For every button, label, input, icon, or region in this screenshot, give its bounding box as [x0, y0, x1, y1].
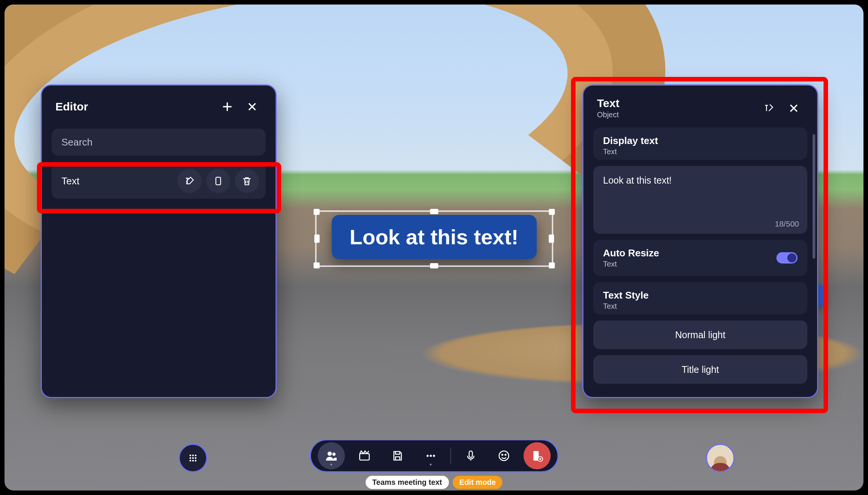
svg-point-19: [505, 454, 506, 455]
editor-item-text[interactable]: Text: [52, 163, 266, 199]
duplicate-button[interactable]: [206, 169, 230, 193]
reactions-button[interactable]: [490, 442, 517, 469]
context-pill: Teams meeting text: [366, 476, 449, 489]
prop-label: Display text: [603, 135, 798, 147]
svg-point-13: [426, 455, 429, 457]
svg-point-3: [195, 455, 197, 457]
svg-point-18: [502, 454, 503, 455]
scrollbar[interactable]: [813, 134, 815, 259]
prop-display-text: Display text Text: [593, 127, 807, 160]
editor-item-label: Text: [61, 175, 173, 187]
svg-point-11: [332, 453, 335, 456]
search-input[interactable]: Search: [52, 129, 266, 156]
add-button[interactable]: [217, 97, 237, 116]
delete-button[interactable]: [235, 169, 259, 193]
emoji-icon: [498, 449, 510, 462]
prop-sublabel: Text: [603, 302, 798, 311]
more-icon: [424, 449, 437, 462]
prop-sublabel: Text: [603, 260, 776, 268]
svg-rect-16: [469, 451, 472, 457]
avatar-icon: [710, 463, 730, 472]
svg-rect-12: [360, 454, 369, 460]
prop-label: Auto Resize: [603, 247, 776, 259]
text-object[interactable]: Look at this text!: [331, 215, 536, 259]
svg-point-2: [192, 455, 194, 457]
svg-point-8: [192, 460, 194, 462]
close-button[interactable]: [242, 97, 262, 116]
status-bar: Teams meeting text Edit mode: [366, 476, 503, 489]
svg-point-6: [195, 457, 197, 459]
style-option-normal-light[interactable]: Normal light: [593, 320, 807, 349]
edit-icon: [763, 103, 775, 114]
editor-title: Editor: [55, 100, 212, 113]
svg-point-9: [195, 460, 197, 462]
display-text-input[interactable]: Look at this text! 18/500: [593, 166, 807, 234]
record-button[interactable]: [351, 442, 378, 469]
edit-name-button[interactable]: [759, 98, 779, 118]
properties-panel: Text Object Display text Text Look at th…: [582, 84, 818, 398]
people-icon: [325, 449, 338, 462]
menu-button[interactable]: [179, 444, 207, 472]
svg-point-10: [328, 452, 332, 456]
save-icon: [391, 449, 404, 462]
chevron-down-icon: ▾: [430, 462, 432, 467]
svg-point-4: [190, 457, 191, 459]
duplicate-icon: [213, 175, 224, 187]
toolbar-divider: [450, 447, 451, 464]
svg-point-5: [192, 457, 194, 459]
svg-point-17: [499, 451, 509, 461]
plus-icon: [221, 100, 234, 113]
more-button[interactable]: ▾: [417, 442, 444, 469]
svg-point-1: [190, 455, 191, 457]
style-option-title-light[interactable]: Title light: [593, 355, 807, 384]
scene-viewport: Look at this text! Editor Search Text: [5, 5, 863, 490]
leave-icon: [531, 449, 543, 462]
mode-pill: Edit mode: [453, 476, 503, 489]
grid-icon: [188, 453, 198, 463]
prop-label: Text Style: [603, 290, 798, 301]
chevron-down-icon: ▾: [330, 462, 332, 467]
editor-panel: Editor Search Text: [41, 84, 277, 398]
save-button[interactable]: [384, 442, 411, 469]
leave-button[interactable]: [524, 442, 551, 469]
close-button[interactable]: [784, 98, 804, 118]
delete-icon: [241, 175, 253, 187]
clapper-icon: [358, 449, 371, 462]
char-count: 18/500: [775, 219, 799, 228]
props-title: Text: [597, 97, 754, 110]
prop-text-style: Text Style Text: [593, 282, 807, 314]
close-icon: [788, 103, 799, 114]
avatar-button[interactable]: [706, 444, 735, 472]
svg-rect-0: [216, 177, 221, 185]
rename-button[interactable]: [178, 169, 202, 193]
people-button[interactable]: ▾: [318, 442, 345, 469]
bottom-toolbar: ▾ ▾: [310, 439, 559, 472]
search-placeholder: Search: [61, 136, 92, 148]
close-icon: [246, 101, 258, 112]
mic-icon: [464, 449, 477, 462]
svg-point-15: [433, 455, 435, 457]
mic-button[interactable]: [457, 442, 484, 469]
display-text-value: Look at this text!: [603, 175, 672, 185]
auto-resize-toggle[interactable]: [776, 252, 798, 264]
svg-point-7: [190, 460, 191, 462]
prop-sublabel: Text: [603, 147, 798, 156]
props-subtitle: Object: [597, 110, 754, 119]
prop-auto-resize: Auto Resize Text: [593, 240, 807, 276]
svg-point-14: [430, 455, 432, 457]
rename-icon: [184, 175, 195, 187]
